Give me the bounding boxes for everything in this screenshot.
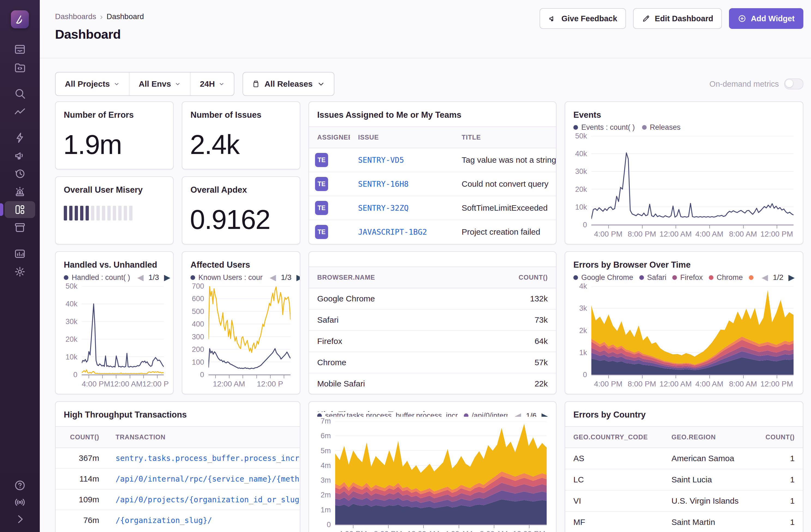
table-cell-link[interactable]: sentry.tasks.process_buffer.process_incr	[107, 454, 300, 463]
add-widget-button[interactable]: Add Widget	[729, 8, 804, 29]
pager-prev-icon[interactable]: ◀	[762, 273, 768, 282]
whats-new-button[interactable]	[5, 495, 35, 510]
pager-next-icon[interactable]: ▶	[296, 273, 300, 282]
legend-dot-icon	[709, 275, 714, 280]
legend-item[interactable]: Known Users : cour	[190, 273, 263, 282]
y-axis-tick-label: 0	[327, 521, 331, 529]
gauge-bar-empty	[124, 206, 127, 221]
legend-item[interactable]: Handled : count( )	[64, 273, 130, 282]
sidebar-item-releases[interactable]	[5, 219, 35, 236]
release-package-icon	[252, 80, 260, 88]
y-axis-tick-label: 2m	[320, 491, 331, 499]
pager-next-icon[interactable]: ▶	[789, 273, 795, 282]
legend-item[interactable]: /api/0/internal/r	[464, 412, 508, 417]
sidebar-item-alerts[interactable]	[5, 183, 35, 200]
give-feedback-button[interactable]: Give Feedback	[539, 8, 626, 29]
widget-issues-assigned: Issues Assigned to Me or My Teams ASSIGN…	[308, 101, 556, 244]
legend-item[interactable]: Safari	[639, 273, 667, 282]
sidebar-item-pulse[interactable]	[5, 129, 35, 146]
widget-title: High Throughput Transactions	[56, 402, 300, 420]
pager-prev-icon[interactable]: ◀	[137, 273, 143, 282]
table-header-cell[interactable]: COUNT()	[754, 434, 803, 441]
legend-item[interactable]: Events : count( )	[573, 123, 635, 132]
x-axis-tick-label: 4:00 PM	[335, 530, 370, 532]
table-row: Chrome57k	[309, 352, 556, 373]
table-row: Firefox64k	[309, 330, 556, 352]
sidebar-item-stats[interactable]	[5, 245, 35, 262]
table-cell-link[interactable]: /api/0/internal/rpc/{service_name}/{meth…	[107, 474, 300, 484]
time-range-filter[interactable]: 24H	[190, 73, 234, 95]
table-header-cell[interactable]: TITLE	[454, 134, 556, 141]
legend-item[interactable]: Releases	[642, 123, 681, 132]
sidebar-item-explore[interactable]	[5, 85, 35, 102]
collapse-expand-button[interactable]	[5, 511, 35, 527]
table-header-cell[interactable]: COUNT()	[56, 434, 107, 441]
megaphone-icon	[548, 14, 557, 23]
legend-item[interactable]: Firefox	[672, 273, 703, 282]
gauge-bar-filled	[69, 206, 73, 221]
table-cell-link[interactable]: JAVASCRIPT-1BG2	[350, 228, 454, 237]
sidebar-item-issues[interactable]	[5, 41, 35, 58]
table-header-cell[interactable]: GEO.COUNTRY_CODE	[565, 434, 663, 441]
project-filter[interactable]: All Projects	[56, 73, 129, 95]
sidebar-item-feedback[interactable]	[5, 147, 35, 164]
table-cell-link[interactable]: SENTRY-VD5	[350, 156, 454, 165]
broadcast-icon	[14, 496, 26, 508]
table-cell-count: 109m	[56, 495, 107, 504]
y-axis-tick-label: 200	[192, 346, 204, 353]
edit-dashboard-button[interactable]: Edit Dashboard	[633, 8, 722, 29]
table-cell-link[interactable]: SENTRY-32ZQ	[350, 203, 454, 213]
legend-dot-icon	[317, 413, 322, 417]
y-axis-tick-label: 4m	[320, 462, 331, 469]
y-axis-tick-label: 100	[192, 359, 204, 366]
y-axis-tick-label: 0	[583, 371, 587, 379]
breadcrumb-dashboards[interactable]: Dashboards	[55, 12, 96, 21]
sidebar-item-replays[interactable]	[5, 165, 35, 182]
chart-legend: Google ChromeSafariFirefoxChromeMobile S…	[565, 270, 803, 282]
help-button[interactable]	[5, 477, 35, 493]
sidebar-bottom	[5, 477, 35, 532]
table-header-cell[interactable]: TRANSACTION	[107, 434, 300, 441]
y-axis-tick-label: 0	[200, 371, 204, 379]
sentry-logo[interactable]	[11, 10, 29, 28]
y-axis-tick-label: 4k	[579, 283, 587, 290]
legend-item[interactable]: Chrome	[709, 273, 743, 282]
table-header-cell[interactable]: GEO.REGION	[663, 434, 754, 441]
table-header-cell[interactable]: BROWSER.NAME	[309, 274, 496, 281]
widget-overall-apdex: Overall Apdex 0.9162	[182, 176, 300, 244]
y-axis-tick-label: 20k	[65, 336, 77, 343]
widget-affected-users: Affected Users Known Users : cour ◀ 1/3 …	[182, 251, 300, 394]
table-cell-link[interactable]: SENTRY-16H8	[350, 180, 454, 188]
sidebar-item-performance[interactable]	[5, 103, 35, 120]
widget-title: Number of Issues	[182, 102, 300, 120]
table-cell-assignee: TE	[309, 201, 350, 215]
sidebar-item-projects[interactable]	[5, 59, 35, 76]
legend-item[interactable]: Google Chrome	[573, 273, 633, 282]
releases-filter[interactable]: All Releases	[243, 72, 334, 96]
widget-overall-user-misery: Overall User Misery	[55, 176, 173, 244]
sidebar-item-settings[interactable]	[5, 263, 35, 280]
table-header-cell[interactable]: ASSIGNEE	[309, 134, 350, 141]
pager-prev-icon[interactable]: ◀	[270, 273, 276, 282]
table-header-cell[interactable]: ISSUE	[350, 134, 454, 141]
table-cell: Chrome	[309, 358, 496, 367]
sidebar-item-dashboards[interactable]	[5, 201, 35, 218]
y-axis-tick-label: 20k	[575, 186, 587, 193]
legend-item[interactable]: sentry.tasks.process_buffer.process_incr	[317, 412, 458, 417]
table-cell-link[interactable]: /api/0/projects/{organization_id_or_slug…	[107, 495, 300, 504]
widget-title: High Throughput Transactions	[309, 402, 556, 412]
table-cell-link[interactable]: /{organization_slug}/	[107, 516, 300, 525]
table-cell-assignee: TE	[309, 153, 350, 167]
table-cell-count: 57k	[496, 358, 556, 367]
pager-prev-icon[interactable]: ◀	[515, 412, 521, 417]
table-row: Safari73k	[309, 309, 556, 330]
chart-legend: sentry.tasks.process_buffer.process_incr…	[309, 412, 556, 417]
pager-next-icon[interactable]: ▶	[541, 412, 548, 417]
environment-filter[interactable]: All Envs	[129, 73, 190, 95]
ondemand-metrics-toggle[interactable]	[784, 78, 804, 89]
table-cell-count: 64k	[496, 337, 556, 346]
table-header-cell[interactable]: COUNT()	[496, 274, 556, 281]
pager-next-icon[interactable]: ▶	[164, 273, 170, 282]
table-cell-count: 132k	[496, 294, 556, 303]
legend-item[interactable]: Mobile S	[749, 273, 754, 282]
